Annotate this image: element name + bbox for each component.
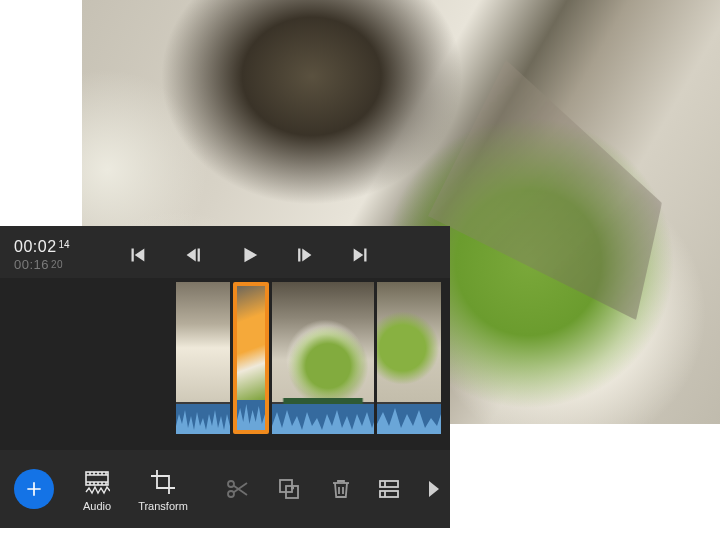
transform-tool-button[interactable]: Transform	[136, 466, 190, 512]
duplicate-icon	[277, 477, 301, 501]
transport-bar: 00:02 14 00:16 20	[0, 226, 450, 278]
waveform-icon	[176, 404, 230, 434]
clip-thumbnail	[237, 286, 265, 400]
delete-clip-button[interactable]	[328, 476, 354, 502]
clip-1[interactable]	[176, 282, 230, 434]
clip-4[interactable]	[377, 282, 441, 434]
clip-2-selected[interactable]	[233, 282, 269, 434]
play-button[interactable]	[236, 242, 262, 268]
play-icon	[238, 244, 260, 266]
clip-audio-waveform	[377, 404, 441, 434]
transport-controls	[124, 242, 374, 268]
waveform-icon	[377, 404, 441, 434]
svg-rect-5	[380, 481, 398, 487]
clip-thumbnail	[377, 282, 441, 402]
playhead-frames: 14	[59, 239, 70, 250]
step-forward-button[interactable]	[292, 242, 318, 268]
step-forward-icon	[294, 244, 316, 266]
transform-tool-label: Transform	[138, 500, 188, 512]
audio-tool-button[interactable]: Audio	[70, 466, 124, 512]
clip-audio-waveform	[176, 404, 230, 434]
go-to-start-button[interactable]	[124, 242, 150, 268]
panel-switcher	[376, 476, 446, 502]
trash-icon	[329, 477, 353, 501]
scissors-icon	[225, 477, 249, 501]
clip-thumbnail	[272, 282, 374, 402]
timeline[interactable]	[0, 278, 450, 450]
clip-actions	[224, 476, 354, 502]
bottom-toolbar: Audio Transform	[0, 450, 450, 528]
crop-icon	[149, 468, 177, 496]
panels-icon	[377, 477, 401, 501]
go-to-end-button[interactable]	[348, 242, 374, 268]
waveform-icon	[272, 404, 374, 434]
clip-3[interactable]	[272, 282, 374, 434]
clip-strip	[176, 282, 441, 434]
duration-frames: 20	[51, 259, 63, 270]
video-editor-panel: 00:02 14 00:16 20	[0, 226, 450, 528]
skip-start-icon	[126, 244, 148, 266]
waveform-icon	[237, 400, 265, 430]
duration-time: 00:16	[14, 258, 49, 272]
duplicate-clip-button[interactable]	[276, 476, 302, 502]
clip-audio-waveform	[272, 404, 374, 434]
audio-tool-label: Audio	[83, 500, 111, 512]
step-back-icon	[182, 244, 204, 266]
add-media-button[interactable]	[14, 469, 54, 509]
playhead-time: 00:02	[14, 238, 57, 256]
clip-thumbnail	[176, 282, 230, 402]
svg-rect-6	[380, 491, 398, 497]
split-clip-button[interactable]	[224, 476, 250, 502]
clip-audio-waveform	[237, 400, 265, 430]
step-back-button[interactable]	[180, 242, 206, 268]
skip-end-icon	[350, 244, 372, 266]
timecode-readout: 00:02 14 00:16 20	[14, 238, 92, 272]
panels-menu-button[interactable]	[376, 476, 402, 502]
chevron-right-icon	[421, 477, 445, 501]
next-panel-button[interactable]	[420, 476, 446, 502]
stage: 00:02 14 00:16 20	[0, 0, 720, 540]
plus-icon	[24, 479, 44, 499]
filmstrip-audio-icon	[83, 468, 111, 496]
